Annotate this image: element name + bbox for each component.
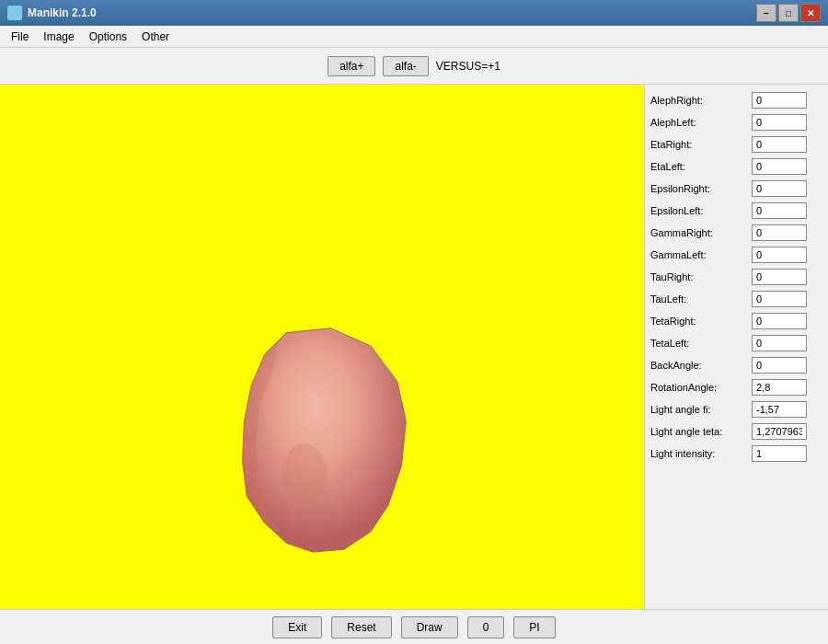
- param-row: AlephLeft:: [650, 114, 822, 131]
- menu-bar: File Image Options Other: [0, 26, 828, 48]
- param-value-16[interactable]: [752, 445, 807, 462]
- window-controls[interactable]: − □ ✕: [756, 4, 821, 22]
- param-label-12: BackAngle:: [650, 360, 752, 371]
- param-value-12[interactable]: [752, 357, 807, 374]
- close-button[interactable]: ✕: [800, 4, 821, 22]
- param-value-11[interactable]: [752, 335, 807, 351]
- maximize-button[interactable]: □: [778, 4, 799, 22]
- main-content: AlephRight:AlephLeft:EtaRight:EtaLeft:Ep…: [0, 85, 828, 609]
- param-row: EtaLeft:: [650, 158, 822, 175]
- bottom-bar: ExitResetDraw0PI: [0, 609, 828, 644]
- versus-label: VERSUS=+1: [436, 60, 500, 73]
- param-row: TetaRight:: [650, 313, 822, 329]
- param-value-3[interactable]: [752, 158, 807, 175]
- exit-button[interactable]: Exit: [272, 616, 322, 638]
- svg-point-2: [282, 443, 327, 505]
- menu-file[interactable]: File: [4, 29, 36, 45]
- param-label-0: AlephRight:: [650, 95, 752, 106]
- param-value-14[interactable]: [752, 401, 807, 418]
- param-label-9: TauLeft:: [650, 293, 752, 305]
- param-label-7: GammaLeft:: [650, 249, 752, 260]
- toolbar: alfa+ alfa- VERSUS=+1: [0, 48, 828, 85]
- param-value-15[interactable]: [752, 423, 807, 440]
- param-row: TetaLeft:: [650, 335, 822, 351]
- param-row: GammaLeft:: [650, 247, 822, 263]
- param-row: GammaRight:: [650, 224, 822, 241]
- param-label-10: TetaRight:: [650, 316, 752, 327]
- window-title: Manikin 2.1.0: [28, 6, 97, 19]
- param-row: TauLeft:: [650, 291, 822, 307]
- param-value-5[interactable]: [752, 202, 807, 219]
- zero-button[interactable]: 0: [467, 616, 505, 638]
- param-value-7[interactable]: [752, 247, 807, 263]
- alfa-minus-button[interactable]: alfa-: [383, 56, 428, 76]
- param-row: BackAngle:: [650, 357, 822, 374]
- app-icon: [7, 6, 22, 20]
- param-label-1: AlephLeft:: [650, 117, 752, 128]
- param-value-1[interactable]: [752, 114, 807, 131]
- param-label-6: GammaRight:: [650, 227, 752, 238]
- param-row: EpsilonLeft:: [650, 202, 822, 219]
- param-value-8[interactable]: [752, 269, 807, 285]
- menu-image[interactable]: Image: [36, 29, 81, 45]
- param-label-13: RotationAngle:: [650, 382, 752, 393]
- menu-other[interactable]: Other: [134, 29, 177, 45]
- pi-button[interactable]: PI: [513, 616, 555, 638]
- param-label-2: EtaRight:: [650, 139, 752, 150]
- param-value-6[interactable]: [752, 224, 807, 241]
- alfa-plus-button[interactable]: alfa+: [328, 56, 375, 76]
- param-row: RotationAngle:: [650, 379, 822, 396]
- param-label-15: Light angle teta:: [650, 426, 752, 437]
- param-label-5: EpsilonLeft:: [650, 205, 752, 216]
- param-row: Light intensity:: [650, 445, 822, 462]
- param-value-0[interactable]: [752, 92, 807, 109]
- param-row: TauRight:: [650, 269, 822, 285]
- param-row: Light angle teta:: [650, 423, 822, 440]
- param-value-2[interactable]: [752, 136, 807, 153]
- param-value-10[interactable]: [752, 313, 807, 329]
- minimize-button[interactable]: −: [756, 4, 776, 22]
- param-value-13[interactable]: [752, 379, 807, 396]
- right-panel: AlephRight:AlephLeft:EtaRight:EtaLeft:Ep…: [644, 85, 828, 609]
- draw-button[interactable]: Draw: [401, 616, 458, 638]
- 3d-head-model: [230, 324, 414, 554]
- param-row: AlephRight:: [650, 92, 822, 109]
- param-label-3: EtaLeft:: [650, 161, 752, 172]
- param-label-16: Light intensity:: [650, 448, 752, 459]
- param-value-9[interactable]: [752, 291, 807, 307]
- menu-options[interactable]: Options: [82, 29, 134, 45]
- param-label-11: TetaLeft:: [650, 338, 752, 349]
- param-label-8: TauRight:: [650, 271, 752, 282]
- param-row: EpsilonRight:: [650, 180, 822, 197]
- title-bar: Manikin 2.1.0 − □ ✕: [0, 0, 828, 26]
- reset-button[interactable]: Reset: [331, 616, 391, 638]
- canvas-area[interactable]: [0, 85, 644, 609]
- param-label-4: EpsilonRight:: [650, 183, 752, 194]
- param-label-14: Light angle fi:: [650, 404, 752, 415]
- param-row: Light angle fi:: [650, 401, 822, 418]
- param-value-4[interactable]: [752, 180, 807, 197]
- param-row: EtaRight:: [650, 136, 822, 153]
